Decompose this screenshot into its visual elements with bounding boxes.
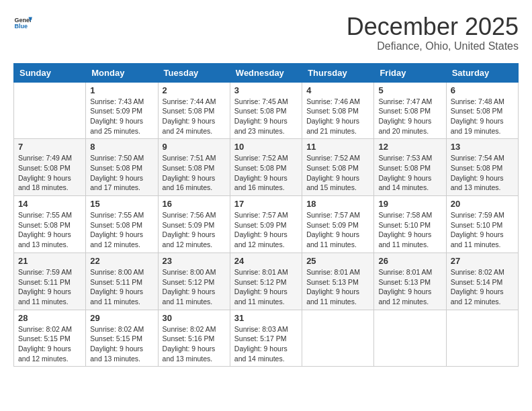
calendar-cell: 4Sunrise: 7:46 AM Sunset: 5:08 PM Daylig… — [302, 82, 374, 139]
day-number: 7 — [18, 142, 81, 152]
calendar-header-row: SundayMondayTuesdayWednesdayThursdayFrid… — [14, 63, 519, 82]
day-number: 31 — [234, 313, 298, 323]
day-info: Sunrise: 8:00 AM Sunset: 5:11 PM Dayligh… — [90, 267, 153, 307]
day-info: Sunrise: 8:02 AM Sunset: 5:14 PM Dayligh… — [451, 267, 514, 307]
svg-text:Blue: Blue — [14, 23, 28, 30]
calendar-cell: 15Sunrise: 7:55 AM Sunset: 5:08 PM Dayli… — [86, 196, 158, 253]
calendar-week-row: 28Sunrise: 8:02 AM Sunset: 5:15 PM Dayli… — [14, 310, 519, 367]
calendar-cell: 5Sunrise: 7:47 AM Sunset: 5:08 PM Daylig… — [374, 82, 446, 139]
day-number: 14 — [18, 199, 81, 209]
calendar-cell: 17Sunrise: 7:57 AM Sunset: 5:09 PM Dayli… — [230, 196, 302, 253]
weekday-header-saturday: Saturday — [446, 63, 518, 82]
calendar-cell — [14, 82, 86, 139]
day-info: Sunrise: 8:01 AM Sunset: 5:12 PM Dayligh… — [234, 267, 298, 307]
day-info: Sunrise: 7:46 AM Sunset: 5:08 PM Dayligh… — [306, 97, 369, 136]
calendar-cell: 7Sunrise: 7:49 AM Sunset: 5:08 PM Daylig… — [14, 139, 86, 196]
day-number: 26 — [378, 256, 441, 266]
day-number: 24 — [234, 256, 298, 266]
calendar-week-row: 21Sunrise: 7:59 AM Sunset: 5:11 PM Dayli… — [14, 253, 519, 310]
day-number: 6 — [451, 85, 514, 95]
calendar-cell: 16Sunrise: 7:56 AM Sunset: 5:09 PM Dayli… — [158, 196, 230, 253]
calendar-week-row: 1Sunrise: 7:43 AM Sunset: 5:09 PM Daylig… — [14, 82, 519, 139]
day-info: Sunrise: 7:43 AM Sunset: 5:09 PM Dayligh… — [90, 97, 153, 136]
calendar-cell: 11Sunrise: 7:52 AM Sunset: 5:08 PM Dayli… — [302, 139, 374, 196]
day-info: Sunrise: 7:59 AM Sunset: 5:11 PM Dayligh… — [18, 267, 81, 307]
calendar-week-row: 14Sunrise: 7:55 AM Sunset: 5:08 PM Dayli… — [14, 196, 519, 253]
title-block: December 2025 Defiance, Ohio, United Sta… — [347, 13, 519, 52]
calendar-cell: 1Sunrise: 7:43 AM Sunset: 5:09 PM Daylig… — [86, 82, 158, 139]
day-info: Sunrise: 8:00 AM Sunset: 5:12 PM Dayligh… — [163, 267, 226, 307]
calendar-cell: 8Sunrise: 7:50 AM Sunset: 5:08 PM Daylig… — [86, 139, 158, 196]
day-number: 23 — [163, 256, 226, 266]
calendar-cell: 13Sunrise: 7:54 AM Sunset: 5:08 PM Dayli… — [446, 139, 518, 196]
day-info: Sunrise: 8:03 AM Sunset: 5:17 PM Dayligh… — [234, 324, 298, 364]
day-info: Sunrise: 7:44 AM Sunset: 5:08 PM Dayligh… — [163, 97, 226, 136]
calendar-cell: 27Sunrise: 8:02 AM Sunset: 5:14 PM Dayli… — [446, 253, 518, 310]
day-info: Sunrise: 8:02 AM Sunset: 5:16 PM Dayligh… — [163, 324, 226, 364]
calendar-cell: 26Sunrise: 8:01 AM Sunset: 5:13 PM Dayli… — [374, 253, 446, 310]
day-number: 12 — [378, 142, 441, 152]
day-number: 28 — [18, 313, 81, 323]
calendar-cell: 28Sunrise: 8:02 AM Sunset: 5:15 PM Dayli… — [14, 310, 86, 367]
day-number: 27 — [451, 256, 514, 266]
weekday-header-thursday: Thursday — [302, 63, 374, 82]
calendar-cell: 10Sunrise: 7:52 AM Sunset: 5:08 PM Dayli… — [230, 139, 302, 196]
calendar-cell: 12Sunrise: 7:53 AM Sunset: 5:08 PM Dayli… — [374, 139, 446, 196]
day-info: Sunrise: 7:50 AM Sunset: 5:08 PM Dayligh… — [90, 153, 153, 193]
calendar-cell: 6Sunrise: 7:48 AM Sunset: 5:08 PM Daylig… — [446, 82, 518, 139]
calendar-cell: 31Sunrise: 8:03 AM Sunset: 5:17 PM Dayli… — [230, 310, 302, 367]
calendar-cell: 29Sunrise: 8:02 AM Sunset: 5:15 PM Dayli… — [86, 310, 158, 367]
day-number: 8 — [90, 142, 153, 152]
day-number: 2 — [163, 85, 226, 95]
day-info: Sunrise: 7:59 AM Sunset: 5:10 PM Dayligh… — [451, 210, 514, 250]
calendar-cell: 21Sunrise: 7:59 AM Sunset: 5:11 PM Dayli… — [14, 253, 86, 310]
calendar-cell — [374, 310, 446, 367]
calendar-cell: 9Sunrise: 7:51 AM Sunset: 5:08 PM Daylig… — [158, 139, 230, 196]
day-info: Sunrise: 7:57 AM Sunset: 5:09 PM Dayligh… — [306, 210, 369, 250]
day-number: 16 — [163, 199, 226, 209]
day-info: Sunrise: 7:51 AM Sunset: 5:08 PM Dayligh… — [163, 153, 226, 193]
calendar-cell: 19Sunrise: 7:58 AM Sunset: 5:10 PM Dayli… — [374, 196, 446, 253]
day-info: Sunrise: 7:55 AM Sunset: 5:08 PM Dayligh… — [18, 210, 81, 250]
logo-icon: General Blue — [13, 13, 32, 32]
day-number: 25 — [306, 256, 369, 266]
day-number: 5 — [378, 85, 441, 95]
day-number: 13 — [451, 142, 514, 152]
calendar-cell — [446, 310, 518, 367]
day-info: Sunrise: 7:52 AM Sunset: 5:08 PM Dayligh… — [306, 153, 369, 193]
logo: General Blue — [13, 13, 32, 32]
calendar-cell: 23Sunrise: 8:00 AM Sunset: 5:12 PM Dayli… — [158, 253, 230, 310]
day-number: 4 — [306, 85, 369, 95]
day-number: 10 — [234, 142, 298, 152]
calendar-cell: 18Sunrise: 7:57 AM Sunset: 5:09 PM Dayli… — [302, 196, 374, 253]
calendar-cell — [302, 310, 374, 367]
month-title: December 2025 — [347, 13, 519, 40]
day-info: Sunrise: 7:48 AM Sunset: 5:08 PM Dayligh… — [451, 97, 514, 136]
day-info: Sunrise: 7:56 AM Sunset: 5:09 PM Dayligh… — [163, 210, 226, 250]
location-title: Defiance, Ohio, United States — [347, 40, 519, 52]
day-info: Sunrise: 8:01 AM Sunset: 5:13 PM Dayligh… — [378, 267, 441, 307]
calendar-cell: 24Sunrise: 8:01 AM Sunset: 5:12 PM Dayli… — [230, 253, 302, 310]
day-info: Sunrise: 7:52 AM Sunset: 5:08 PM Dayligh… — [234, 153, 298, 193]
day-number: 19 — [378, 199, 441, 209]
day-number: 3 — [234, 85, 298, 95]
day-number: 15 — [90, 199, 153, 209]
weekday-header-wednesday: Wednesday — [230, 63, 302, 82]
calendar-cell: 30Sunrise: 8:02 AM Sunset: 5:16 PM Dayli… — [158, 310, 230, 367]
day-info: Sunrise: 7:55 AM Sunset: 5:08 PM Dayligh… — [90, 210, 153, 250]
weekday-header-sunday: Sunday — [14, 63, 86, 82]
day-info: Sunrise: 7:47 AM Sunset: 5:08 PM Dayligh… — [378, 97, 441, 136]
day-info: Sunrise: 7:53 AM Sunset: 5:08 PM Dayligh… — [378, 153, 441, 193]
day-number: 20 — [451, 199, 514, 209]
day-number: 17 — [234, 199, 298, 209]
day-info: Sunrise: 8:01 AM Sunset: 5:13 PM Dayligh… — [306, 267, 369, 307]
calendar-cell: 3Sunrise: 7:45 AM Sunset: 5:08 PM Daylig… — [230, 82, 302, 139]
calendar-cell: 25Sunrise: 8:01 AM Sunset: 5:13 PM Dayli… — [302, 253, 374, 310]
day-number: 1 — [90, 85, 153, 95]
day-number: 18 — [306, 199, 369, 209]
day-number: 30 — [163, 313, 226, 323]
day-info: Sunrise: 7:45 AM Sunset: 5:08 PM Dayligh… — [234, 97, 298, 136]
calendar-table: SundayMondayTuesdayWednesdayThursdayFrid… — [13, 63, 519, 367]
day-number: 22 — [90, 256, 153, 266]
day-number: 29 — [90, 313, 153, 323]
